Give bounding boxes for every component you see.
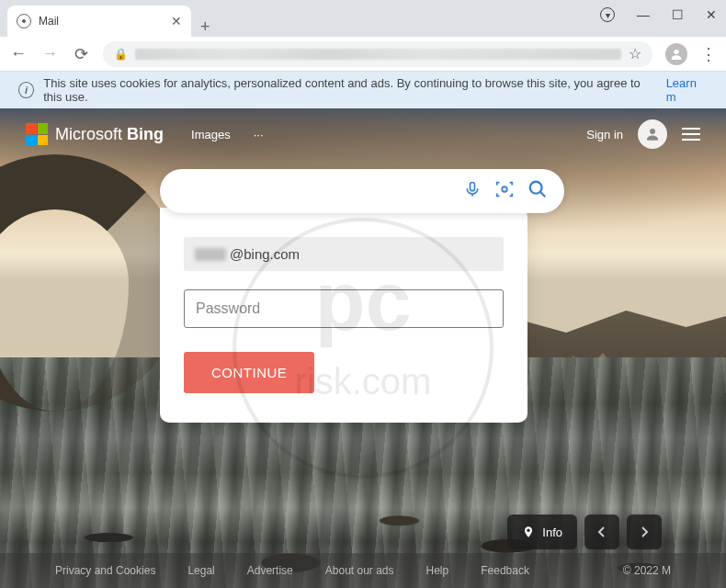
email-suffix: @bing.com <box>230 246 300 262</box>
footer: Privacy and Cookies Legal Advertise Abou… <box>0 553 726 588</box>
profile-avatar-button[interactable] <box>665 43 687 65</box>
svg-rect-2 <box>471 183 475 191</box>
footer-feedback-link[interactable]: Feedback <box>481 564 529 577</box>
forward-button[interactable]: → <box>40 44 59 63</box>
globe-icon <box>17 14 31 28</box>
footer-about-link[interactable]: About our ads <box>325 564 394 577</box>
hamburger-menu-icon[interactable] <box>682 128 700 141</box>
info-button[interactable]: Info <box>507 514 577 549</box>
info-label: Info <box>542 526 562 539</box>
info-icon: i <box>18 82 34 98</box>
close-window-button[interactable]: ✕ <box>706 7 717 22</box>
continue-button[interactable]: CONTINUE <box>184 352 314 393</box>
cookie-banner: i This site uses cookies for analytics, … <box>0 72 726 108</box>
account-avatar[interactable] <box>638 119 667 149</box>
login-card: @bing.com CONTINUE <box>160 208 527 423</box>
browser-menu-button[interactable]: ⋮ <box>700 44 717 64</box>
cookie-text: This site uses cookies for analytics, pe… <box>43 76 656 104</box>
close-tab-icon[interactable]: ✕ <box>171 14 182 28</box>
search-bar[interactable] <box>160 169 564 213</box>
browser-toolbar: ← → ⟳ 🔒 ☆ ⋮ <box>0 37 726 72</box>
page-content: Microsoft Bing Images ··· Sign in <box>0 108 726 588</box>
microsoft-logo-icon <box>26 123 48 145</box>
prev-image-button[interactable] <box>584 514 619 549</box>
cookie-learn-more-link[interactable]: Learn m <box>666 76 708 104</box>
browser-tab[interactable]: Mail ✕ <box>7 6 191 37</box>
maximize-button[interactable]: ☐ <box>672 7 684 22</box>
search-icon[interactable] <box>527 179 548 203</box>
person-icon <box>644 126 661 142</box>
person-icon <box>669 47 684 62</box>
next-image-button[interactable] <box>627 514 662 549</box>
footer-legal-link[interactable]: Legal <box>187 564 214 577</box>
lock-icon: 🔒 <box>114 48 128 61</box>
bing-header: Microsoft Bing Images ··· Sign in <box>0 119 726 149</box>
footer-advertise-link[interactable]: Advertise <box>247 564 293 577</box>
camera-search-icon[interactable] <box>494 179 515 203</box>
url-text <box>135 49 621 60</box>
svg-point-1 <box>650 129 655 134</box>
svg-point-3 <box>502 187 507 192</box>
tab-title: Mail <box>39 15 164 28</box>
microphone-icon[interactable] <box>463 180 482 202</box>
footer-help-link[interactable]: Help <box>426 564 449 577</box>
footer-copyright: © 2022 M <box>623 564 671 577</box>
new-tab-button[interactable]: + <box>191 17 220 37</box>
chevron-right-icon <box>640 526 649 538</box>
nav-images-link[interactable]: Images <box>191 128 231 141</box>
footer-privacy-link[interactable]: Privacy and Cookies <box>55 564 155 577</box>
bing-logo[interactable]: Microsoft Bing <box>26 123 164 145</box>
browser-titlebar: Mail ✕ + ▾ — ☐ ✕ <box>0 0 726 37</box>
back-button[interactable]: ← <box>9 44 28 63</box>
logo-text-microsoft: Microsoft <box>55 125 127 143</box>
password-input[interactable] <box>184 289 504 328</box>
bookmark-star-icon[interactable]: ☆ <box>629 45 641 62</box>
email-display: @bing.com <box>184 237 504 271</box>
chevron-left-icon <box>597 526 607 538</box>
nav-more-button[interactable]: ··· <box>254 128 264 141</box>
extensions-icon[interactable]: ▾ <box>600 7 615 22</box>
sign-in-link[interactable]: Sign in <box>586 128 623 141</box>
svg-point-4 <box>530 182 542 194</box>
address-bar[interactable]: 🔒 ☆ <box>103 41 652 67</box>
location-pin-icon <box>522 526 535 538</box>
minimize-button[interactable]: — <box>637 7 650 22</box>
email-prefix-blurred <box>195 248 226 261</box>
svg-point-0 <box>674 49 678 53</box>
reload-button[interactable]: ⟳ <box>72 44 90 64</box>
logo-text-bing: Bing <box>127 125 164 143</box>
